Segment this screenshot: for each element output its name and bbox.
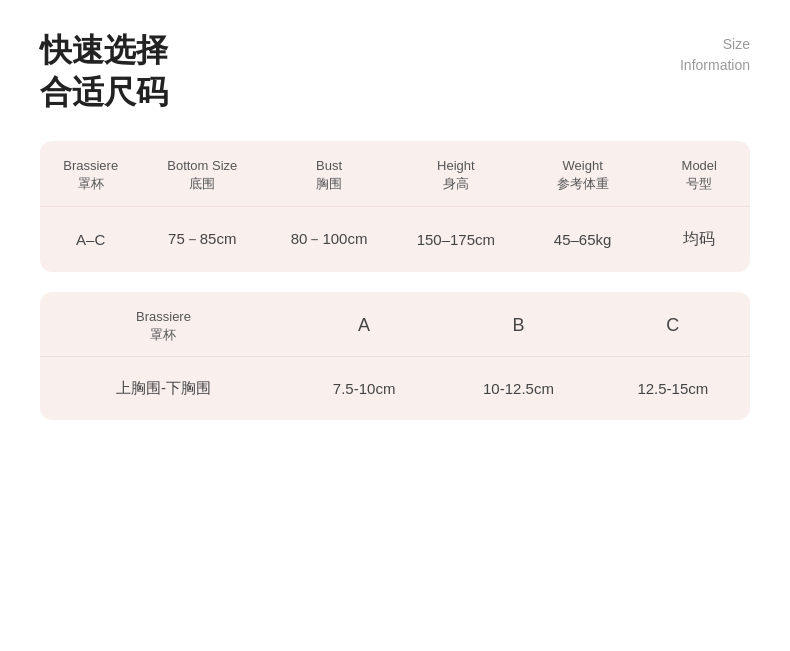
table1-val-height: 150–175cm bbox=[395, 229, 517, 250]
table2-header: Brassiere 罩杯 A B C bbox=[40, 292, 750, 357]
table1-header-brassiere: Brassiere 罩杯 bbox=[40, 157, 141, 193]
table1-val-weight: 45–65kg bbox=[517, 229, 649, 250]
table1-header-weight: Weight 参考体重 bbox=[517, 157, 649, 193]
table1-header-height: Height 身高 bbox=[395, 157, 517, 193]
table1-val-model: 均码 bbox=[649, 229, 750, 250]
table1-data-row: A–C 75－85cm 80－100cm 150–175cm 45–65kg 均… bbox=[40, 207, 750, 272]
table2-header-b: B bbox=[441, 308, 595, 344]
table1-val-bottom-size: 75－85cm bbox=[141, 229, 263, 250]
size-table-2: Brassiere 罩杯 A B C 上胸围-下胸围 7.5-10cm 10-1… bbox=[40, 292, 750, 420]
table1-val-brassiere: A–C bbox=[40, 229, 141, 250]
table2-header-brassiere: Brassiere 罩杯 bbox=[40, 308, 287, 344]
table2-header-c: C bbox=[596, 308, 750, 344]
page-header: 快速选择 合适尺码 Size Information bbox=[40, 30, 750, 113]
table2-val-b: 10-12.5cm bbox=[441, 379, 595, 398]
table1-val-bust: 80－100cm bbox=[263, 229, 395, 250]
table2-val-a: 7.5-10cm bbox=[287, 379, 441, 398]
table1-header-model: Model 号型 bbox=[649, 157, 750, 193]
size-table-1: Brassiere 罩杯 Bottom Size 底围 Bust 胸围 Heig… bbox=[40, 141, 750, 271]
table2-header-a: A bbox=[287, 308, 441, 344]
table2-val-label: 上胸围-下胸围 bbox=[40, 379, 287, 398]
table1-header-bust: Bust 胸围 bbox=[263, 157, 395, 193]
main-title: 快速选择 合适尺码 bbox=[40, 30, 168, 113]
table1-header-bottom-size: Bottom Size 底围 bbox=[141, 157, 263, 193]
table2-val-c: 12.5-15cm bbox=[596, 379, 750, 398]
table1-header: Brassiere 罩杯 Bottom Size 底围 Bust 胸围 Heig… bbox=[40, 141, 750, 206]
side-title: Size Information bbox=[680, 34, 750, 76]
page-container: 快速选择 合适尺码 Size Information Brassiere 罩杯 … bbox=[40, 30, 750, 440]
table2-data-row: 上胸围-下胸围 7.5-10cm 10-12.5cm 12.5-15cm bbox=[40, 357, 750, 420]
